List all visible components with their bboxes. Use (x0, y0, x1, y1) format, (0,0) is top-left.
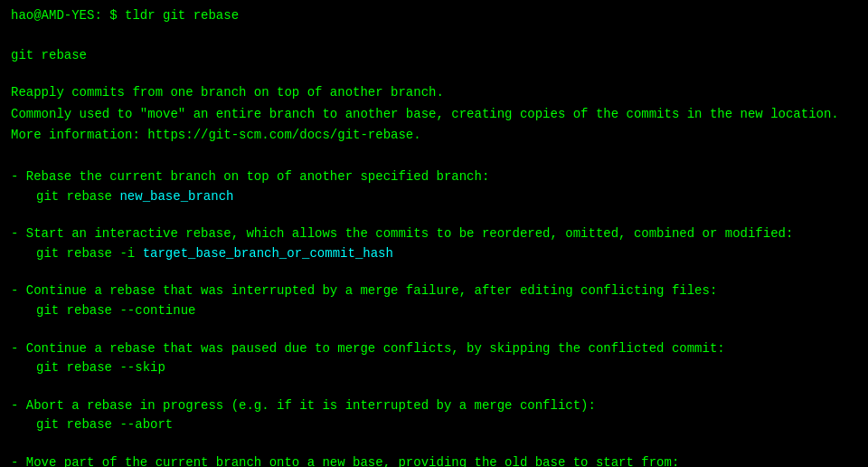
flag-2: -i (119, 246, 142, 261)
prompt-line: hao@AMD-YES: $ tldr git rebase (11, 7, 857, 25)
code-line-4: git rebase --skip (36, 359, 857, 377)
description-line-2: Commonly used to "move" an entire branch… (11, 106, 857, 124)
bullet-4: - Continue a rebase that was paused due … (11, 340, 857, 358)
prompt-dollar: $ (102, 8, 125, 23)
prompt-user: hao@AMD-YES: (11, 8, 102, 23)
flag-5: --abort (119, 417, 173, 432)
arg-2: target_base_branch_or_commit_hash (143, 246, 393, 261)
cmd-3: git rebase (36, 303, 119, 318)
cmd-2: git rebase (36, 246, 119, 261)
description-line-1: Reapply commits from one branch on top o… (11, 84, 857, 102)
code-line-1: git rebase new_base_branch (36, 188, 857, 206)
code-line-5: git rebase --abort (36, 416, 857, 434)
bullet-6: - Move part of the current branch onto a… (11, 454, 857, 467)
description-line-3: More information: https://git-scm.com/do… (11, 127, 857, 145)
arg-1: new_base_branch (119, 189, 233, 204)
terminal-window: hao@AMD-YES: $ tldr git rebase git rebas… (11, 7, 857, 467)
code-line-3: git rebase --continue (36, 302, 857, 320)
flag-4: --skip (119, 360, 165, 375)
input-command: tldr git rebase (125, 8, 239, 23)
bullet-5: - Abort a rebase in progress (e.g. if it… (11, 397, 857, 415)
section-title: git rebase (11, 47, 857, 65)
bullet-1: - Rebase the current branch on top of an… (11, 168, 857, 186)
cmd-4: git rebase (36, 360, 119, 375)
code-line-2: git rebase -i target_base_branch_or_comm… (36, 245, 857, 263)
cmd-5: git rebase (36, 417, 119, 432)
cmd-1: git rebase (36, 189, 119, 204)
bullet-3: - Continue a rebase that was interrupted… (11, 282, 857, 300)
bullet-2: - Start an interactive rebase, which all… (11, 225, 857, 243)
flag-3: --continue (119, 303, 195, 318)
